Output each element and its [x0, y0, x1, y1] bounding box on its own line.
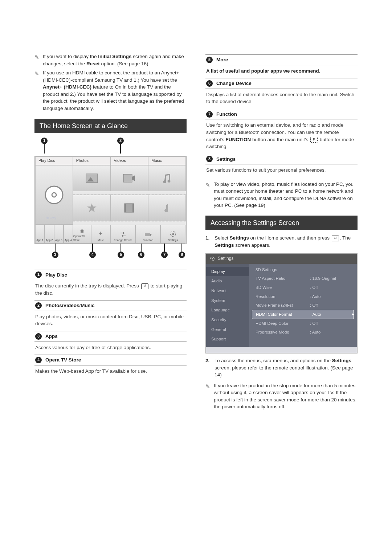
nav-security: Security [206, 315, 249, 325]
item-2-header: 2Photos/Videos/Music [34, 300, 187, 311]
callout-6: 6 [138, 252, 144, 258]
nav-network: Network [206, 286, 249, 296]
app-tile-1: App 1 [35, 225, 45, 244]
item-3-body: Access various for pay or free-of-charge… [35, 344, 186, 351]
item-2-body: Play photos, videos, or music content fr… [35, 313, 186, 327]
item-5-header: 5More [205, 54, 358, 65]
app-tile-more: +More [91, 225, 111, 244]
right-column: 5More A list of useful and popular apps … [205, 51, 358, 531]
settings-main-list: 3D SettingsTV Aspect Ratio16:9 OriginalB… [249, 264, 357, 347]
tile-function: Function [135, 225, 160, 244]
settings-row: Movie Frame (24Fs)Off [249, 301, 357, 310]
film-icon [124, 203, 135, 213]
svg-marker-6 [87, 203, 97, 212]
tile-music [148, 165, 186, 191]
svg-point-1 [52, 193, 56, 197]
note-bullet-icon: ✎ [205, 181, 210, 209]
svg-point-13 [172, 233, 174, 235]
item-8-header: 8Settings [205, 154, 358, 165]
callout-8: 8 [179, 252, 185, 258]
callout-3: 3 [52, 252, 58, 258]
tile-settings: Settings [160, 225, 185, 244]
item-6-header: 6Change Device [205, 78, 358, 89]
settings-row: BD WiseOff [249, 283, 357, 292]
enter-icon: ⏎ [332, 236, 339, 241]
item-1-body: The disc currently in the tray is displa… [35, 282, 186, 297]
function-icon [144, 232, 152, 237]
tile-change-device: Change Device [110, 225, 135, 244]
tab-photos: Photos [73, 156, 111, 165]
settings-row: TV Aspect Ratio16:9 Original [249, 274, 357, 283]
app-tile-3: App 3 [54, 225, 64, 244]
item-5-body: A list of useful and popular apps we rec… [206, 68, 357, 75]
favorite-icon [86, 203, 97, 213]
svg-marker-11 [150, 233, 152, 236]
settings-nav: Display Audio Network System Language Se… [206, 264, 249, 347]
item-1-header: 1Play Disc [34, 270, 187, 281]
tile-photos [73, 165, 111, 191]
function-button-icon: F [310, 137, 318, 143]
settings-screen-diagram: Settings Display Audio Network System La… [205, 253, 358, 353]
settings-row: ResolutionAuto [249, 292, 357, 301]
svg-marker-5 [132, 175, 135, 181]
opera-icon [79, 228, 85, 233]
left-column: ✎ If you want to display the Initial Set… [34, 51, 187, 531]
note-dlna: ✎ To play or view video, photo, music fi… [205, 181, 358, 209]
note-bullet-icon: ✎ [205, 383, 210, 410]
tile-music-2 [148, 195, 186, 221]
callout-4: 4 [89, 252, 96, 258]
section-title-settings: Accessing the Settings Screen [205, 216, 358, 230]
settings-row: 3D Settings [249, 265, 357, 274]
settings-row: Progressive ModeAuto [249, 328, 357, 337]
tab-music: Music [148, 156, 186, 165]
nav-display: Display [206, 267, 249, 277]
enter-icon: ⏎ [141, 283, 148, 289]
item-8-body: Set various functions to suit your perso… [206, 167, 357, 174]
note-bullet-icon: ✎ [34, 53, 39, 67]
app-tile-2: App 2 [45, 225, 54, 244]
videos-icon [123, 174, 135, 183]
gear-icon [170, 231, 176, 237]
note-initial-settings: ✎ If you want to display the Initial Set… [34, 53, 187, 67]
diagram-bottom-callouts: 3 4 5 6 7 8 [34, 244, 187, 258]
photos-icon [86, 173, 98, 183]
home-screen-diagram: Play Disc Photos Videos Music Blu-ray [34, 156, 187, 244]
app-tile-4: App 4 [64, 225, 73, 244]
svg-point-15 [212, 258, 213, 259]
settings-row: HDMI Deep ColorOff [249, 319, 357, 328]
step-2: 2. To access the menus, sub-menus, and o… [205, 357, 358, 379]
svg-rect-8 [124, 204, 126, 212]
settings-row: HDMI Color FormatAuto [252, 310, 354, 319]
section-title-home-screen: The Home Screen at a Glance [34, 119, 187, 133]
item-7-header: 7Function [205, 109, 358, 120]
gear-icon [210, 256, 215, 261]
panel-play-disc: Blu-ray [35, 165, 73, 225]
nav-language: Language [206, 305, 249, 315]
tile-videos [111, 165, 148, 191]
step-1: 1. Select Settings on the Home screen, a… [205, 234, 358, 249]
note-bullet-icon: ✎ [34, 70, 39, 112]
nav-audio: Audio [206, 276, 249, 286]
disc-icon [44, 185, 64, 205]
nav-general: General [206, 325, 249, 335]
svg-rect-4 [123, 174, 132, 182]
item-7-body: Use for switching to an external device,… [206, 122, 357, 150]
music-icon [162, 173, 172, 183]
tab-videos: Videos [111, 156, 148, 165]
callout-1: 1 [41, 138, 48, 144]
callout-7: 7 [161, 252, 168, 258]
svg-rect-9 [132, 204, 134, 212]
item-6-body: Displays a list of external devices conn… [206, 91, 357, 105]
note-screensaver: ✎ If you leave the product in the stop m… [205, 382, 358, 410]
callout-5: 5 [118, 252, 124, 258]
nav-system: System [206, 296, 249, 306]
change-device-icon [120, 232, 126, 237]
svg-rect-10 [145, 233, 150, 236]
tab-play-disc: Play Disc [35, 156, 73, 165]
tile-photos-2 [73, 195, 111, 221]
callout-2: 2 [117, 138, 124, 144]
tile-videos-2 [111, 195, 148, 221]
app-tile-opera: Opera TV Store [73, 225, 91, 244]
note-icon [163, 203, 171, 213]
nav-support: Support [206, 334, 249, 344]
